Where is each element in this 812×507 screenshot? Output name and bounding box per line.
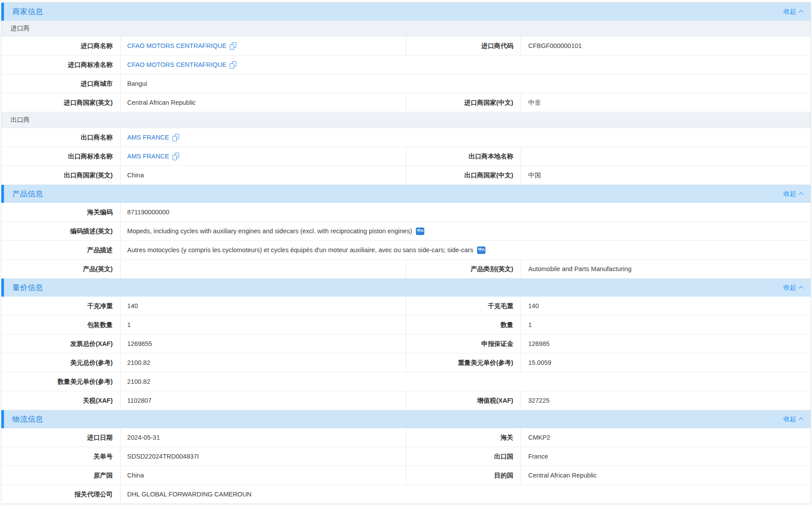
copy-icon[interactable] <box>230 61 236 69</box>
field-label: 进口商国家(中文) <box>406 93 521 112</box>
section-header-price: 量价信息 收起 <box>1 279 811 297</box>
collapse-label: 收起 <box>783 190 796 198</box>
field-value: 中非 <box>521 93 811 112</box>
field-label: 关税(XAF) <box>1 391 121 410</box>
row-hs-description-en: 编码描述(英文) Mopeds, including cycles with a… <box>1 222 811 241</box>
field-value: France <box>521 447 811 466</box>
copy-icon[interactable] <box>230 42 236 50</box>
field-value: CFAO MOTORS CENTRAFRIQUE <box>121 55 811 74</box>
row-import-date: 进口日期 2024-05-31 海关 CMKP2 <box>1 428 811 447</box>
row-invoice-total: 发票总价(XAF) 1269855 申报保证金 126985 <box>1 334 811 353</box>
section-header-logistics: 物流信息 收起 <box>1 410 811 428</box>
field-label: 出口商本地名称 <box>406 147 521 165</box>
field-label: 进口商国家(英文) <box>1 93 121 112</box>
row-usd-unit-qty: 数量美元单价(参考) 2100.82 <box>1 372 811 391</box>
field-value: 1 <box>521 316 811 334</box>
field-label: 海关 <box>406 428 521 447</box>
importer-std-name-link[interactable]: CFAO MOTORS CENTRAFRIQUE <box>127 61 226 69</box>
hs-description-text: Mopeds, including cycles with auxiliary … <box>127 227 412 235</box>
field-value: 2100.82 <box>121 353 406 372</box>
field-value: 15.0059 <box>521 353 811 372</box>
chevron-up-icon <box>798 286 803 290</box>
collapse-button-price[interactable]: 收起 <box>783 283 803 292</box>
field-value: China <box>121 166 406 184</box>
row-weight: 千克净重 140 千克毛重 140 <box>1 297 811 316</box>
row-tax: 关税(XAF) 1102807 增值税(XAF) 327225 <box>1 391 811 410</box>
copy-icon[interactable] <box>173 134 179 141</box>
field-value: 1102807 <box>121 391 406 410</box>
field-label: 出口商标准名称 <box>1 147 121 165</box>
chevron-up-icon <box>798 417 803 422</box>
field-value: DHL GLOBAL FORWARDING CAMEROUN <box>121 485 811 503</box>
subheader-importer: 进口商 <box>1 21 811 37</box>
field-value: AMS FRANCE <box>121 128 811 147</box>
field-label: 产品类别(英文) <box>406 260 521 278</box>
field-label: 重量美元单价(参考) <box>406 353 521 372</box>
field-label: 产品(英文) <box>1 260 121 278</box>
field-value: SDSD22024TRD004837I <box>121 447 406 466</box>
row-customs-broker: 报关代理公司 DHL GLOBAL FORWARDING CAMEROUN <box>1 485 811 504</box>
field-value: China <box>121 466 406 485</box>
row-exporter-country: 出口商国家(英文) China 出口商国家(中文) 中国 <box>1 166 811 185</box>
section-header-merchant: 商家信息 收起 <box>1 3 811 21</box>
field-value: 1269855 <box>121 334 406 353</box>
field-label: 数量美元单价(参考) <box>1 372 121 391</box>
field-value: 2024-05-31 <box>121 428 406 447</box>
field-label: 出口国 <box>406 447 521 466</box>
field-label: 数量 <box>406 316 521 334</box>
field-label: 海关编码 <box>1 203 121 221</box>
field-label: 发票总价(XAF) <box>1 334 121 353</box>
field-label: 编码描述(英文) <box>1 222 121 240</box>
field-value: Central African Republic <box>521 466 811 485</box>
row-exporter-std-name: 出口商标准名称 AMS FRANCE 出口商本地名称 <box>1 147 811 166</box>
field-value: 126985 <box>521 334 811 353</box>
row-importer-country: 进口商国家(英文) Central African Republic 进口商国家… <box>1 93 811 112</box>
collapse-button-merchant[interactable]: 收起 <box>783 7 803 16</box>
row-quantity: 包装数量 1 数量 1 <box>1 316 811 334</box>
field-label: 增值税(XAF) <box>406 391 521 410</box>
chevron-up-icon <box>798 192 803 197</box>
row-product-description: 产品描述 Autres motocycles (y compris les cy… <box>1 241 811 260</box>
field-label: 进口商名称 <box>1 37 121 55</box>
row-importer-name: 进口商名称 CFAO MOTORS CENTRAFRIQUE 进口商代码 CFB… <box>1 37 811 55</box>
translate-icon[interactable]: 中A <box>477 246 485 254</box>
section-title-logistics: 物流信息 <box>12 414 783 424</box>
field-label: 进口日期 <box>1 428 121 447</box>
field-value: CFAO MOTORS CENTRAFRIQUE <box>121 37 406 55</box>
field-value <box>121 260 406 278</box>
field-value: 871190000000 <box>121 203 811 221</box>
field-label: 原产国 <box>1 466 121 485</box>
collapse-label: 收起 <box>783 283 796 292</box>
field-value: 140 <box>121 297 406 315</box>
field-label: 进口商标准名称 <box>1 55 121 74</box>
row-importer-city: 进口商城市 Bangui <box>1 74 811 93</box>
field-label: 出口商国家(英文) <box>1 166 121 184</box>
importer-name-link[interactable]: CFAO MOTORS CENTRAFRIQUE <box>127 42 226 50</box>
exporter-name-link[interactable]: AMS FRANCE <box>127 133 169 142</box>
row-product-en: 产品(英文) 产品类别(英文) Automobile and Parts Man… <box>1 260 811 279</box>
field-value: Mopeds, including cycles with auxiliary … <box>121 222 811 240</box>
field-label: 包装数量 <box>1 316 121 334</box>
trade-record-card: 商家信息 收起 进口商 进口商名称 CFAO MOTORS CENTRAFRIQ… <box>1 2 811 504</box>
section-title-product: 产品信息 <box>12 189 783 199</box>
subheader-exporter: 出口商 <box>1 112 811 128</box>
translate-icon[interactable]: 中A <box>416 228 424 235</box>
field-value: Bangui <box>121 74 811 93</box>
field-label: 申报保证金 <box>406 334 521 353</box>
field-value: 327225 <box>521 391 811 410</box>
collapse-button-logistics[interactable]: 收起 <box>783 415 803 423</box>
collapse-label: 收起 <box>783 415 796 423</box>
field-label: 目的国 <box>406 466 521 485</box>
field-value: 140 <box>521 297 811 315</box>
field-label: 出口商名称 <box>1 128 121 147</box>
copy-icon[interactable] <box>173 153 179 160</box>
field-value: AMS FRANCE <box>121 147 406 165</box>
collapse-button-product[interactable]: 收起 <box>783 190 803 198</box>
field-value: 1 <box>121 316 406 334</box>
section-header-product: 产品信息 收起 <box>1 185 811 203</box>
field-label: 千克毛重 <box>406 297 521 315</box>
row-importer-std-name: 进口商标准名称 CFAO MOTORS CENTRAFRIQUE <box>1 55 811 74</box>
field-value <box>521 147 811 165</box>
exporter-std-name-link[interactable]: AMS FRANCE <box>127 152 169 161</box>
field-value: Central African Republic <box>121 93 406 112</box>
